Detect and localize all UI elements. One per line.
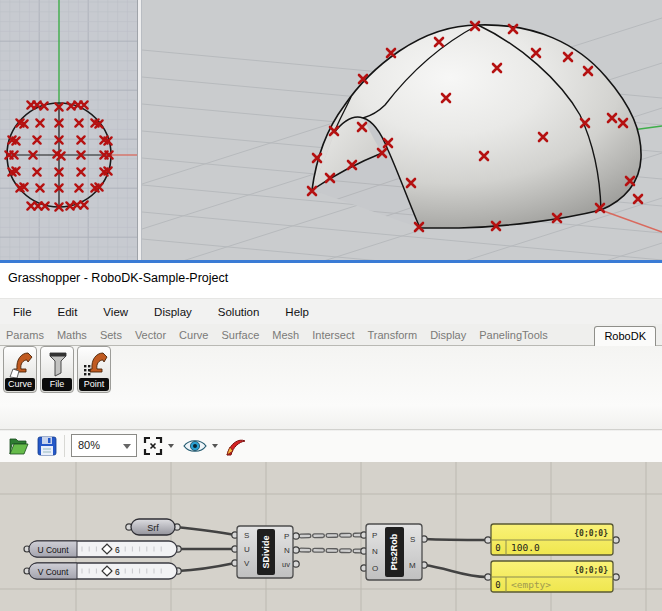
- toolbar-separator: [64, 435, 65, 457]
- menubar: File Edit View Display Solution Help: [0, 298, 662, 324]
- pts2rob-component[interactable]: P N O Pts2Rob S M: [361, 524, 427, 580]
- v-count-slider[interactable]: V Count 6: [24, 563, 181, 579]
- file-button-label: File: [42, 378, 72, 391]
- wires: [176, 527, 487, 577]
- wire-s-to-panel1: [424, 539, 487, 540]
- menu-item-solution[interactable]: Solution: [218, 306, 260, 318]
- tab-intersect[interactable]: Intersect: [312, 329, 354, 341]
- sketch-pen-icon[interactable]: [224, 434, 248, 458]
- sdivide-component[interactable]: S U V SDivide P N uv: [232, 526, 299, 578]
- viewport-perspective-pane[interactable]: [142, 0, 662, 260]
- menu-item-help[interactable]: Help: [285, 306, 309, 318]
- tab-robodk-active[interactable]: RoboDK: [594, 326, 656, 347]
- robodk-file-button[interactable]: File: [40, 346, 74, 393]
- tab-sets[interactable]: Sets: [100, 329, 122, 341]
- sdivide-input-v-label: V: [244, 559, 250, 568]
- u-count-slider[interactable]: U Count 6: [24, 541, 181, 557]
- canvas-toolbar: 80%: [0, 431, 662, 463]
- viewport-top-view-pane[interactable]: [0, 0, 140, 260]
- sdivide-output-n-nub[interactable]: [293, 547, 299, 553]
- sdivide-input-u-label: U: [244, 545, 250, 554]
- preview-eye-icon[interactable]: [182, 437, 208, 455]
- pts2rob-input-n-label: N: [372, 547, 378, 556]
- component-tab-bar: Params Maths Sets Vector Curve Surface M…: [0, 324, 662, 346]
- vcount-value: 6: [115, 567, 120, 577]
- sdivide-output-n-label: N: [284, 546, 290, 555]
- tab-display[interactable]: Display: [430, 329, 466, 341]
- pts2rob-name: Pts2Rob: [389, 533, 399, 570]
- sdivide-input-s-label: S: [244, 531, 249, 540]
- wire-srf-to-s: [176, 527, 235, 535]
- zoom-extents-icon[interactable]: [142, 434, 164, 458]
- tab-surface[interactable]: Surface: [221, 329, 259, 341]
- grasshopper-window: { "window": { "title": "Grasshopper - Ro…: [0, 0, 662, 611]
- combo-chevron-icon[interactable]: [123, 444, 131, 449]
- viewport-pane-divider[interactable]: [137, 0, 142, 260]
- pts2rob-output-s-label: S: [410, 535, 415, 544]
- sdivide-output-p-label: P: [284, 532, 289, 541]
- sdivide-output-p-nub[interactable]: [293, 533, 299, 539]
- open-file-icon[interactable]: [7, 434, 29, 458]
- robodk-toolbar: Curve File Point: [0, 346, 662, 431]
- robot-arm-curve-icon: [8, 350, 34, 380]
- pts2rob-output-m-label: M: [409, 561, 416, 570]
- zoom-level-value: 80%: [78, 439, 100, 451]
- panel1-value: 100.0: [511, 542, 540, 553]
- grasshopper-canvas[interactable]: Srf U Count 6 V Count 6 S U V SDivide: [0, 462, 662, 611]
- dashed-wire-n-to-n: [301, 550, 361, 551]
- sdivide-name: SDivide: [261, 535, 271, 568]
- zoom-level-combobox[interactable]: 80%: [71, 434, 137, 457]
- panel2-path: {0;0;0}: [574, 566, 608, 575]
- tab-curve[interactable]: Curve: [179, 329, 208, 341]
- panel2-index: 0: [495, 580, 500, 590]
- zoom-menu-chevron-icon[interactable]: [168, 444, 174, 448]
- dashed-wire-p-to-p: [301, 535, 361, 536]
- tab-panelingtools[interactable]: PanelingTools: [479, 329, 548, 341]
- vcount-label: V Count: [38, 567, 69, 577]
- ucount-value: 6: [115, 545, 120, 555]
- preview-menu-chevron-icon[interactable]: [212, 444, 218, 448]
- output-panel-2[interactable]: {0;0;0} 0 <empty>: [485, 561, 619, 592]
- wire-vcount-to-v: [178, 563, 235, 571]
- panel1-path: {0;0;0}: [574, 529, 608, 538]
- pts2rob-input-p-label: P: [372, 531, 377, 540]
- panel2-input-nub[interactable]: [485, 574, 491, 580]
- sdivide-output-uv-nub[interactable]: [293, 561, 299, 567]
- panel2-value: <empty>: [511, 579, 551, 590]
- menu-item-view[interactable]: View: [103, 306, 128, 318]
- menu-item-file[interactable]: File: [13, 306, 32, 318]
- tab-mesh[interactable]: Mesh: [272, 329, 299, 341]
- output-panel-1[interactable]: {0;0;0} 0 100.0: [485, 524, 619, 555]
- ucount-label: U Count: [37, 545, 69, 555]
- panel2-output-nub[interactable]: [613, 574, 619, 580]
- tab-transform[interactable]: Transform: [367, 329, 417, 341]
- panel1-input-nub[interactable]: [485, 537, 491, 543]
- curve-button-label: Curve: [5, 378, 35, 391]
- robot-arm-point-icon: [82, 350, 108, 380]
- panel1-output-nub[interactable]: [613, 537, 619, 543]
- save-file-icon[interactable]: [36, 434, 58, 458]
- panel1-index: 0: [495, 543, 500, 553]
- window-title: Grasshopper - RoboDK-Sample-Project: [8, 271, 228, 285]
- menu-item-edit[interactable]: Edit: [58, 306, 78, 318]
- tab-vector[interactable]: Vector: [135, 329, 166, 341]
- tab-params[interactable]: Params: [6, 329, 44, 341]
- sdivide-output-uv-label: uv: [282, 560, 290, 569]
- pts2rob-input-o-label: O: [372, 564, 378, 573]
- robodk-curve-button[interactable]: Curve: [3, 346, 37, 393]
- tab-maths[interactable]: Maths: [57, 329, 87, 341]
- point-button-label: Point: [79, 378, 109, 391]
- window-titlebar[interactable]: Grasshopper - RoboDK-Sample-Project: [0, 263, 662, 298]
- srf-param-node[interactable]: Srf: [126, 519, 180, 535]
- menu-item-display[interactable]: Display: [154, 306, 192, 318]
- funnel-file-icon: [45, 350, 71, 380]
- srf-label: Srf: [147, 523, 159, 533]
- robodk-point-button[interactable]: Point: [77, 346, 111, 393]
- rhino-viewport[interactable]: [0, 0, 662, 260]
